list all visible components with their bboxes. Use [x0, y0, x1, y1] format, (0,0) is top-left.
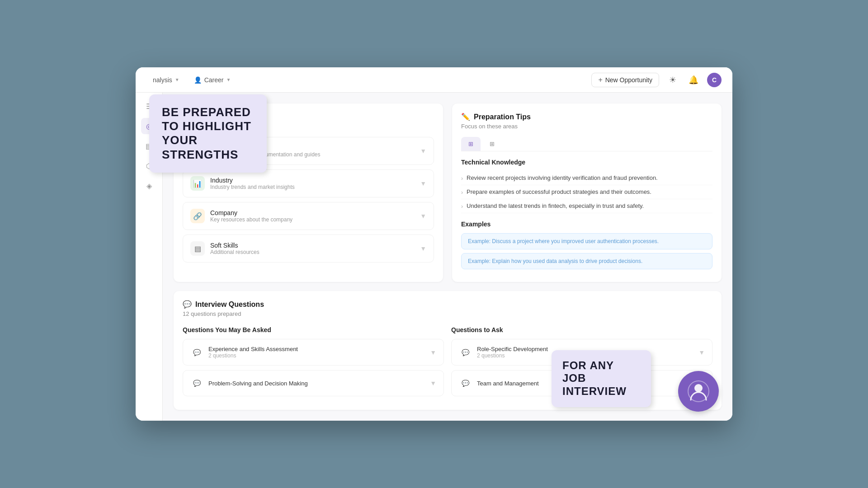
user-initial: C	[712, 76, 717, 84]
nav-left: nalysis ▼ 👤 Career ▼	[146, 74, 237, 86]
role-development-title: Role-Specific Development	[477, 346, 548, 352]
question-icon-team-management: 💬	[459, 377, 472, 389]
new-opportunity-button[interactable]: + New Opportunity	[591, 73, 659, 87]
experience-title: Experience and Skills Assessment	[208, 346, 298, 352]
problem-solving-chevron: ▼	[430, 380, 436, 387]
sticky-note-top-left: Be prepared to highlight your strengths	[149, 94, 267, 173]
soft-skills-title: Soft Skills	[210, 242, 259, 249]
nav-analysis[interactable]: nalysis ▼	[146, 74, 186, 86]
industry-chevron: ▼	[420, 180, 426, 187]
role-development-count: 2 questions	[477, 352, 548, 359]
nav-career-chevron: ▼	[226, 77, 231, 82]
company-chevron: ▼	[420, 212, 426, 220]
sidebar-icon-5[interactable]: ◈	[141, 178, 157, 194]
tab-view-1[interactable]: ⊞	[461, 137, 481, 151]
interview-questions-subtitle: 12 questions prepared	[183, 310, 712, 317]
soft-skills-icon: ▤	[190, 241, 205, 256]
svg-point-0	[694, 384, 703, 392]
industry-title: Industry	[210, 177, 295, 184]
example-chip-2: Example: Explain how you used data analy…	[461, 253, 712, 269]
tip-item-3: › Understand the latest trends in fintec…	[461, 199, 712, 213]
nav-career[interactable]: 👤 Career ▼	[188, 74, 237, 86]
tip-item-2: › Prepare examples of successful product…	[461, 185, 712, 199]
role-development-chevron: ▼	[698, 349, 705, 356]
sticky-text-strengths: Be prepared to highlight your strengths	[162, 105, 254, 162]
experience-chevron: ▼	[430, 349, 436, 356]
industry-icon: 📊	[190, 176, 205, 191]
questions-you-may-be-asked: Questions You May Be Asked 💬 Experience …	[183, 326, 444, 401]
question-item-problem-solving[interactable]: 💬 Problem-Solving and Decision Making ▼	[183, 370, 444, 396]
company-icon: 🔗	[190, 209, 205, 223]
tab-2-icon: ⊞	[490, 141, 495, 147]
preparation-tips-title: ✏️ Preparation Tips	[461, 113, 712, 121]
tab-view-2[interactable]: ⊞	[482, 137, 502, 151]
person-icon: 👤	[194, 76, 202, 84]
team-management-title: Team and Management	[477, 380, 539, 387]
soft-skills-chevron: ▼	[420, 245, 426, 252]
tip-chevron-3: ›	[461, 203, 463, 210]
question-item-experience[interactable]: 💬 Experience and Skills Assessment 2 que…	[183, 339, 444, 366]
reading-item-industry[interactable]: 📊 Industry Industry trends and market in…	[183, 169, 434, 197]
industry-subtitle: Industry trends and market insights	[210, 184, 295, 190]
tip-chevron-1: ›	[461, 175, 463, 182]
interview-questions-title: 💬 Interview Questions	[183, 300, 712, 309]
sticky-note-bottom-right: For any job interview	[552, 350, 651, 407]
new-opportunity-label: New Opportunity	[605, 76, 652, 84]
sun-icon: ☀	[669, 75, 676, 85]
tips-list: › Review recent projects involving ident…	[461, 171, 712, 213]
decorative-avatar	[678, 371, 719, 412]
example-chip-1: Example: Discuss a project where you imp…	[461, 233, 712, 249]
tip-item-1: › Review recent projects involving ident…	[461, 171, 712, 185]
nav-analysis-label: nalysis	[153, 76, 172, 84]
app-window: Be prepared to highlight your strengths …	[136, 67, 732, 421]
preparation-tab-bar: ⊞ ⊞	[461, 137, 712, 151]
user-avatar-button[interactable]: C	[707, 73, 722, 87]
navbar: nalysis ▼ 👤 Career ▼ + New Opportunity ☀…	[136, 67, 732, 93]
examples-section: Examples Example: Discuss a project wher…	[461, 221, 712, 269]
interview-questions-icon: 💬	[183, 300, 192, 309]
notifications-button[interactable]: 🔔	[686, 73, 701, 87]
company-subtitle: Key resources about the company	[210, 216, 292, 223]
question-icon-problem-solving: 💬	[190, 377, 203, 389]
preparation-tips-icon: ✏️	[461, 113, 470, 121]
problem-solving-title: Problem-Solving and Decision Making	[208, 380, 308, 387]
nav-right: + New Opportunity ☀ 🔔 C	[591, 73, 722, 87]
preparation-tips-subtitle: Focus on these areas	[461, 123, 712, 130]
reading-item-soft-skills[interactable]: ▤ Soft Skills Additional resources ▼	[183, 235, 434, 263]
bell-icon: 🔔	[689, 75, 698, 85]
tip-text-3: Understand the latest trends in fintech,…	[467, 202, 644, 209]
theme-toggle-button[interactable]: ☀	[665, 73, 680, 87]
nav-analysis-chevron: ▼	[175, 77, 179, 82]
tip-text-1: Review recent projects involving identit…	[467, 174, 658, 181]
soft-skills-subtitle: Additional resources	[210, 249, 259, 255]
experience-count: 2 questions	[208, 352, 298, 359]
questions-to-ask-heading: Questions to Ask	[451, 326, 712, 333]
examples-heading: Examples	[461, 221, 712, 228]
company-title: Company	[210, 209, 292, 216]
tab-1-icon: ⊞	[468, 141, 473, 147]
nav-career-label: Career	[204, 76, 224, 84]
questions-asked-heading: Questions You May Be Asked	[183, 326, 444, 333]
reading-item-company[interactable]: 🔗 Company Key resources about the compan…	[183, 202, 434, 230]
question-icon-role-development: 💬	[459, 346, 472, 359]
plus-icon: +	[598, 76, 602, 84]
technical-knowledge-heading: Technical Knowledge	[461, 159, 712, 166]
tip-text-2: Prepare examples of successful product s…	[467, 188, 651, 195]
question-icon-experience: 💬	[190, 346, 203, 359]
tip-chevron-2: ›	[461, 189, 463, 196]
sticky-text-interview: For any job interview	[562, 359, 640, 398]
technical-chevron: ▼	[420, 147, 426, 155]
preparation-tips-card: ✏️ Preparation Tips Focus on these areas…	[452, 103, 722, 282]
